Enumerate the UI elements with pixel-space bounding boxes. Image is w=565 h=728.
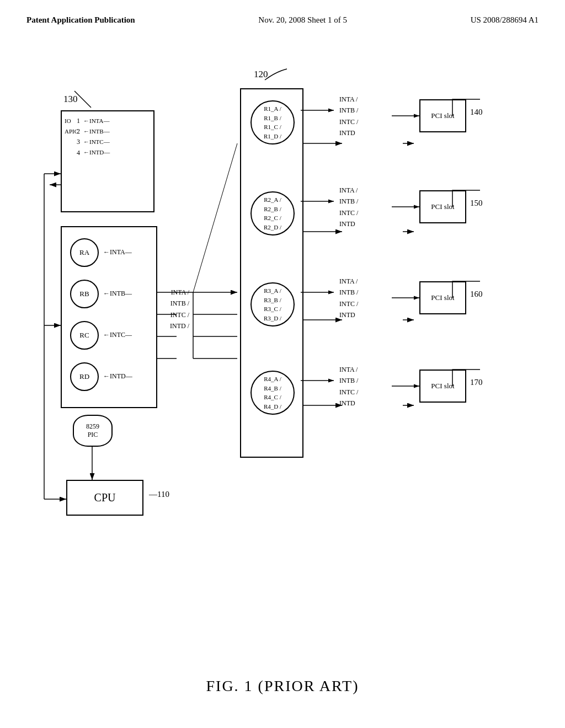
pci-slot-170: PCI slot	[419, 370, 466, 403]
intc-arrow: ←INTC—	[103, 331, 132, 339]
ref-140: 140	[470, 108, 483, 117]
ref-160: 160	[470, 290, 483, 299]
circle-RC: RC	[70, 321, 99, 350]
int-group-150: INTA / INTB / INTC / INTD	[339, 185, 358, 230]
figure-caption: FIG. 1 (PRIOR ART)	[0, 677, 565, 695]
intd-arrow: ←INTD—	[103, 372, 132, 381]
router-int-group: INTA / INTB / INTC / INTD /	[170, 287, 189, 332]
diagram-area: 130 IO 1 ←INTA— APIC 2 ←INTB— 3 ←INTC—	[33, 77, 530, 585]
page-header: Patent Application Publication Nov. 20, …	[0, 0, 565, 25]
circle-RB: RB	[70, 280, 99, 308]
circle-RD: RD	[70, 362, 99, 391]
int-group-170: INTA / INTB / INTC / INTD	[339, 364, 358, 409]
pci-slot-160: PCI slot	[419, 281, 466, 314]
pci-slot-150: PCI slot	[419, 190, 466, 223]
intb-arrow: ←INTB—	[103, 290, 132, 298]
hub-circle-r2: R2_A / R2_B / R2_C / R2_D /	[250, 191, 295, 235]
hub-box: R1_A / R1_B / R1_C / R1_D / R2_A / R2_B …	[240, 88, 303, 458]
header-center: Nov. 20, 2008 Sheet 1 of 5	[258, 15, 347, 25]
hub-circle-r3: R3_A / R3_B / R3_C / R3_D /	[250, 282, 295, 326]
router-box: RA ←INTA— RB ←INTB— RC ←INTC— RD ←INTD—	[61, 226, 157, 408]
hub-circle-r4: R4_A / R4_B / R4_C / R4_D /	[250, 371, 295, 415]
cpu-box: CPU	[66, 480, 143, 516]
header-right: US 2008/288694 A1	[471, 15, 539, 25]
ref-120-line	[262, 66, 295, 83]
hub-circle-r1: R1_A / R1_B / R1_C / R1_D /	[250, 100, 295, 144]
ref-110: —110	[149, 490, 169, 499]
int-group-160: INTA / INTB / INTC / INTD	[339, 276, 358, 321]
ref-170: 170	[470, 378, 483, 387]
ref-130-line	[69, 88, 102, 110]
header-left: Patent Application Publication	[26, 15, 135, 25]
ioapic-text: IO 1 ←INTA— APIC 2 ←INTB— 3 ←INTC— 4 ←IN…	[65, 116, 110, 158]
inta-arrow: ←INTA—	[103, 248, 132, 256]
ref-150: 150	[470, 199, 483, 208]
pci-slot-140: PCI slot	[419, 99, 466, 132]
circle-RA: RA	[70, 238, 99, 267]
ioapic-box: IO 1 ←INTA— APIC 2 ←INTB— 3 ←INTC— 4 ←IN…	[61, 110, 154, 212]
pic-circle: 8259 PIC	[73, 415, 113, 447]
int-group-140: INTA / INTB / INTC / INTD	[339, 94, 358, 139]
svg-line-19	[193, 143, 237, 292]
